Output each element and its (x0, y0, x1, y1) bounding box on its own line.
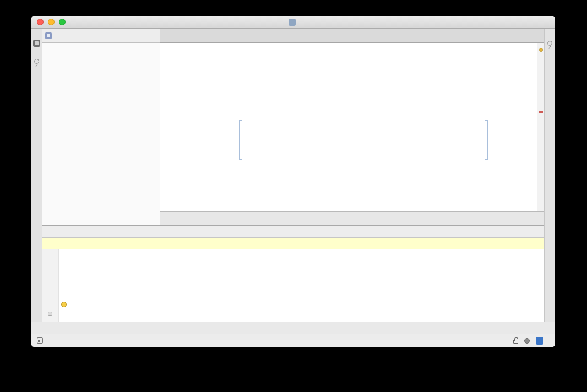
inspector-header (42, 226, 544, 238)
node-file-icon (289, 19, 296, 26)
mps-window (31, 16, 555, 347)
minimize-window-button[interactable] (48, 19, 55, 25)
close-window-button[interactable] (37, 19, 44, 25)
left-toolwindow-bar (31, 29, 42, 322)
pin-icon (547, 41, 552, 46)
toolwindow-toggle-icon[interactable] (37, 337, 43, 344)
toolwindow-icon[interactable] (33, 40, 40, 47)
right-toolwindow-bar (544, 29, 555, 322)
error-mark-icon[interactable] (539, 111, 543, 113)
titlebar[interactable] (31, 16, 555, 29)
project-panel-header (42, 29, 160, 43)
inspector-panel (42, 225, 544, 322)
logical-view-icon (45, 32, 52, 39)
editor-bottom-tabs (160, 211, 544, 225)
project-tree (42, 43, 160, 225)
zoom-window-button[interactable] (59, 19, 66, 25)
clip-icon (34, 59, 39, 64)
intention-bulb-icon[interactable] (61, 302, 67, 307)
inspector-gutter (42, 249, 59, 322)
toolwindow-bottom-bar (31, 322, 555, 334)
window-title (31, 19, 555, 26)
inspector-content[interactable] (42, 249, 544, 322)
editor[interactable] (160, 43, 544, 211)
typesystem-badge[interactable] (536, 337, 543, 345)
concept-banner (42, 238, 544, 249)
desktop-background (0, 0, 587, 392)
traffic-lights (37, 19, 66, 25)
warning-mark-icon[interactable] (539, 48, 543, 52)
hidden-tabs-button[interactable] (534, 29, 544, 42)
hector-icon[interactable] (524, 338, 530, 344)
editor-tabbar (160, 29, 544, 43)
error-stripe[interactable] (537, 43, 544, 211)
gutter-anchor-icon (48, 312, 52, 316)
lock-icon[interactable] (513, 340, 518, 344)
status-bar (31, 334, 555, 347)
